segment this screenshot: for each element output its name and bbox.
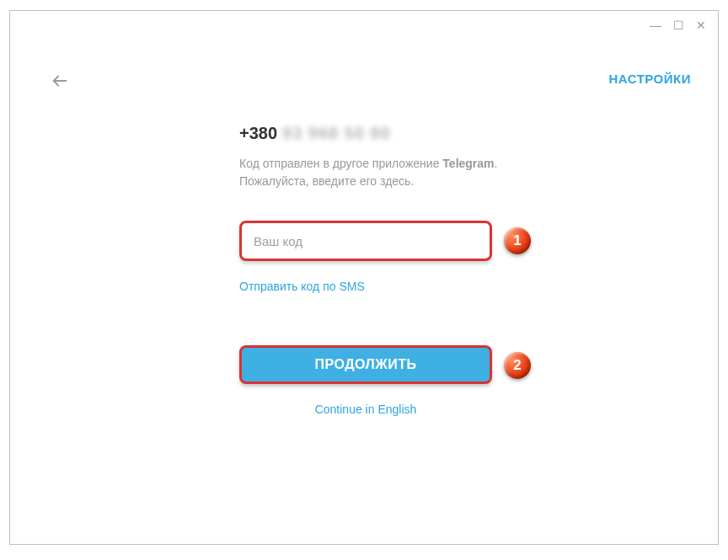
maximize-icon[interactable]: ☐: [673, 19, 684, 31]
main-content: +380 93 968 50 80 Код отправлен в другое…: [239, 124, 526, 416]
header: НАСТРОЙКИ: [10, 53, 718, 83]
info-line1-post: .: [495, 157, 498, 170]
close-icon[interactable]: ✕: [696, 19, 706, 31]
settings-link[interactable]: НАСТРОЙКИ: [608, 72, 691, 86]
continue-english-link[interactable]: Continue in English: [239, 403, 492, 416]
code-input-wrap: 1: [239, 221, 526, 261]
back-arrow-icon[interactable]: [51, 72, 69, 90]
minimize-icon[interactable]: —: [650, 19, 661, 31]
phone-number: +380 93 968 50 80: [239, 124, 526, 143]
code-input[interactable]: [239, 221, 492, 261]
info-line2: Пожалуйста, введите его здесь.: [239, 174, 414, 188]
phone-prefix: +380: [239, 124, 277, 143]
info-line1-pre: Код отправлен в другое приложение: [239, 157, 442, 170]
continue-wrap: ПРОДОЛЖИТЬ 2: [239, 345, 526, 384]
info-line1-bold: Telegram: [442, 157, 494, 170]
continue-button[interactable]: ПРОДОЛЖИТЬ: [239, 345, 492, 384]
send-sms-link[interactable]: Отправить код по SMS: [239, 280, 526, 293]
window-controls: — ☐ ✕: [650, 19, 706, 31]
annotation-badge-1: 1: [504, 227, 531, 254]
phone-masked: 93 968 50 80: [282, 124, 391, 143]
app-window: — ☐ ✕ НАСТРОЙКИ +380 93 968 50 80 Код от…: [9, 10, 719, 545]
annotation-badge-2: 2: [504, 352, 531, 379]
info-text: Код отправлен в другое приложение Telegr…: [239, 155, 526, 190]
